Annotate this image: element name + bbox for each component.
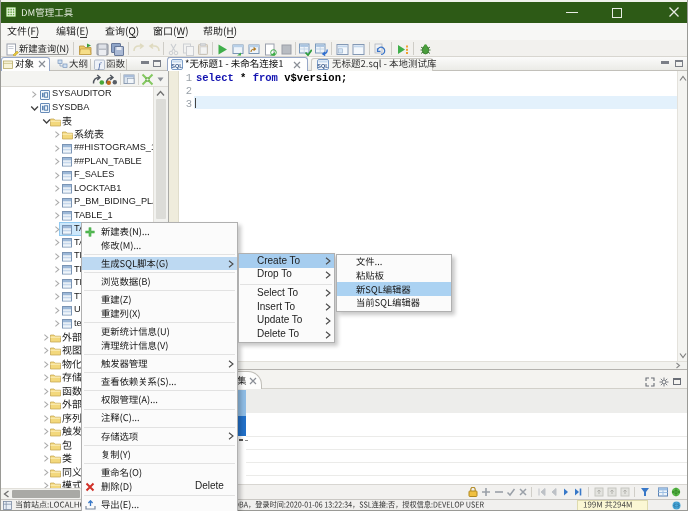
svg-text:SQL: SQL bbox=[171, 63, 183, 69]
svg-text:SQL: SQL bbox=[317, 63, 329, 69]
